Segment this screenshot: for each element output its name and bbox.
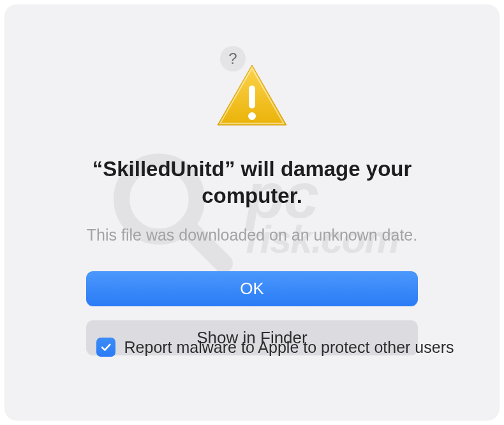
ok-button-label: OK [240,279,264,299]
report-malware-label: Report malware to Apple to protect other… [124,338,454,357]
dialog-subtitle: This file was downloaded on an unknown d… [87,226,417,244]
report-malware-checkbox[interactable] [96,338,115,357]
svg-rect-2 [249,86,255,108]
ok-button[interactable]: OK [86,271,418,306]
report-malware-row: Report malware to Apple to protect other… [96,338,454,357]
warning-icon [214,61,290,131]
svg-point-3 [248,112,256,120]
dialog-title: “SkilledUnitd” will damage your computer… [73,156,431,209]
checkmark-icon [100,341,112,354]
alert-dialog: pc risk.com ? “SkilledUnitd” will damage… [5,5,499,420]
